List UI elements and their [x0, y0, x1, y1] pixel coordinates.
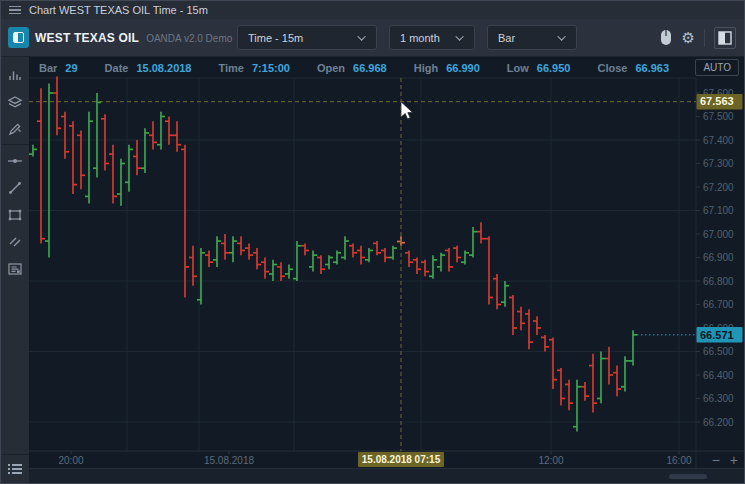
ohlc-bar: [485, 236, 493, 304]
ohlc-bar: [613, 366, 621, 397]
drawing-toolbar: [1, 57, 29, 484]
mouse-icon[interactable]: [659, 29, 673, 46]
ohlc-bar: [437, 253, 445, 272]
ohlc-bar: [365, 248, 373, 262]
ohlc-bar: [181, 145, 189, 298]
ohlc-bar: [261, 258, 269, 279]
svg-text:15.08.2018: 15.08.2018: [204, 455, 254, 466]
auto-scale-button[interactable]: AUTO: [695, 59, 739, 76]
timeframe-dropdown[interactable]: Time - 15m: [237, 25, 377, 50]
field-value: 29: [65, 62, 77, 74]
range-value: 1 month: [400, 32, 440, 44]
ohlc-bars[interactable]: [29, 77, 637, 432]
svg-text:66.571: 66.571: [700, 329, 734, 341]
draw-pencil-icon[interactable]: [1, 115, 29, 142]
settings-gear-icon[interactable]: ⚙: [682, 30, 695, 45]
ohlc-bar: [469, 227, 477, 258]
ohlc-bar: [477, 222, 485, 243]
ohlc-bar: [277, 262, 285, 281]
price-axis[interactable]: 67.60067.50067.40067.30067.20067.10067.0…: [696, 88, 734, 428]
ohlc-bar: [325, 255, 333, 269]
ohlc-bar: [117, 159, 125, 206]
svg-text:67.400: 67.400: [703, 135, 734, 146]
ohlc-bar: [53, 77, 61, 136]
field-label: Low: [507, 62, 529, 74]
svg-text:66.900: 66.900: [703, 252, 734, 263]
ohlc-bar: [597, 352, 605, 404]
trend-line-tool-icon[interactable]: [1, 174, 29, 201]
range-dropdown[interactable]: 1 month: [389, 25, 475, 50]
watchlist-icon[interactable]: [1, 461, 29, 477]
annotation-tool-icon[interactable]: [1, 255, 29, 282]
field-value: 7:15:00: [252, 62, 290, 74]
chart-main: Bar29Date15.08.2018Time7:15:00Open66.968…: [1, 57, 744, 484]
field-value: 66.968: [353, 62, 387, 74]
svg-text:66.800: 66.800: [703, 276, 734, 287]
svg-text:67.500: 67.500: [703, 111, 734, 122]
ohlc-bar: [253, 248, 261, 269]
chart-scrollbar-thumb[interactable]: [669, 474, 707, 479]
mouse-cursor: [401, 102, 413, 119]
ohlc-bar: [333, 250, 341, 264]
ohlc-bar: [381, 248, 389, 262]
svg-text:67.100: 67.100: [703, 205, 734, 216]
svg-text:66.300: 66.300: [703, 393, 734, 404]
ohlc-field: Open66.968: [317, 62, 387, 74]
ohlc-field: Time7:15:00: [219, 62, 290, 74]
menu-icon[interactable]: [9, 6, 21, 15]
svg-text:67.300: 67.300: [703, 158, 734, 169]
ohlc-bar: [621, 356, 629, 391]
ohlc-bar: [341, 236, 349, 260]
ohlc-bar: [37, 88, 45, 243]
svg-text:67.200: 67.200: [703, 182, 734, 193]
window-titlebar[interactable]: Chart WEST TEXAS OIL Time - 15m: [1, 1, 744, 19]
zoom-out-button[interactable]: −: [712, 453, 720, 467]
ohlc-bar: [421, 260, 429, 276]
ohlc-bar: [541, 335, 549, 351]
layout-glyph-icon: [717, 30, 733, 46]
ohlc-field: Close66.963: [597, 62, 669, 74]
svg-text:67.563: 67.563: [700, 95, 734, 107]
ohlc-bar: [549, 337, 557, 389]
ohlc-bar: [237, 236, 245, 255]
ohlc-field: Low66.950: [507, 62, 571, 74]
horizontal-line-tool-icon[interactable]: [1, 147, 29, 174]
ohlc-bar: [525, 309, 533, 349]
chart-panel-icon[interactable]: [8, 27, 29, 48]
timeframe-value: Time - 15m: [248, 32, 303, 44]
panel-glyph-icon: [13, 32, 24, 43]
ohlc-bar: [133, 140, 141, 175]
field-label: High: [414, 62, 438, 74]
ohlc-bar: [461, 250, 469, 264]
ohlc-bar: [213, 236, 221, 267]
rectangle-tool-icon[interactable]: [1, 201, 29, 228]
ohlc-bar: [445, 248, 453, 272]
parallel-lines-tool-icon[interactable]: [1, 228, 29, 255]
ohlc-bar: [93, 93, 101, 178]
ohlc-bar: [101, 114, 109, 170]
svg-text:20:00: 20:00: [58, 455, 83, 466]
ohlc-bar: [173, 121, 181, 152]
layout-panel-icon[interactable]: [714, 27, 736, 49]
ohlc-bar: [149, 121, 157, 149]
symbol-selector[interactable]: WEST TEXAS OIL OANDA v2.0 Demo ⋮: [35, 31, 225, 45]
layers-icon[interactable]: [1, 88, 29, 115]
zoom-in-button[interactable]: +: [730, 453, 738, 467]
current-price-label: 66.571: [697, 327, 743, 342]
ohlc-bar: [205, 250, 213, 266]
chart-type-dropdown[interactable]: Bar: [487, 25, 577, 50]
bar-chart-icon[interactable]: [1, 61, 29, 88]
ohlc-bar: [605, 347, 613, 385]
symbol-name: WEST TEXAS OIL: [35, 31, 139, 45]
toolbar-right-icons: ⚙: [659, 27, 736, 49]
price-chart[interactable]: 67.60067.50067.40067.30067.20067.10067.0…: [29, 57, 745, 484]
ohlc-bar: [413, 258, 421, 274]
ohlc-bar: [429, 255, 437, 279]
field-value: 66.990: [446, 62, 480, 74]
svg-text:16:00: 16:00: [666, 455, 691, 466]
bottom-strip: [29, 468, 745, 484]
field-value: 66.950: [537, 62, 571, 74]
toolbar-divider: [1, 144, 29, 145]
ohlc-bar: [125, 145, 133, 192]
ohlc-bar: [189, 246, 197, 286]
